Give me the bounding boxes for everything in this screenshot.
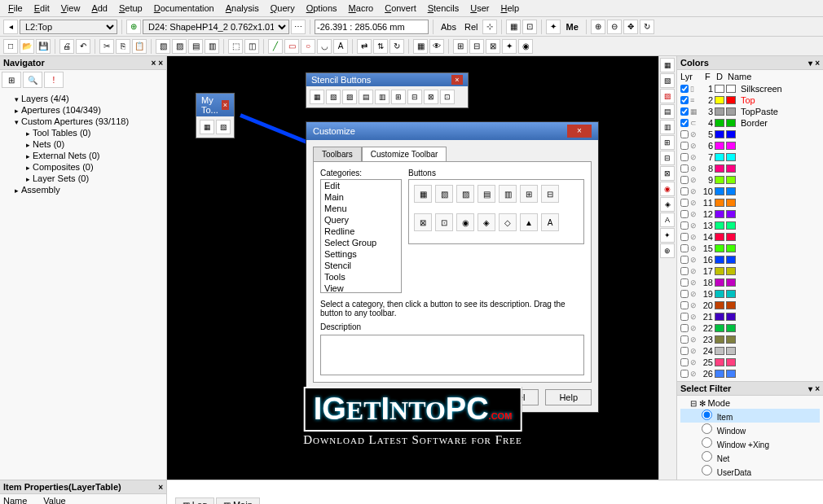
color-row-11[interactable]: ⊘11 [677, 197, 823, 208]
sf-item-window[interactable]: Window [680, 423, 820, 436]
paste-icon[interactable]: 📋 [132, 39, 147, 54]
color-chk-25[interactable] [680, 358, 689, 366]
color-row-14[interactable]: ⊘14 [677, 231, 823, 243]
pan-icon[interactable]: ✥ [623, 20, 638, 34]
layer-prev-icon[interactable]: ◂ [3, 20, 18, 34]
color-chk-21[interactable] [680, 313, 689, 321]
color-row-18[interactable]: ⊘18 [677, 277, 823, 288]
color-swatch-f[interactable] [715, 267, 724, 275]
color-swatch-d[interactable] [726, 370, 736, 378]
nav-tab-tree-icon[interactable]: ⊞ [2, 72, 21, 88]
rtb-7-icon[interactable]: ⊟ [660, 151, 675, 165]
color-swatch-d[interactable] [726, 233, 736, 241]
grid-btn-5[interactable]: ▥ [499, 185, 517, 203]
color-chk-7[interactable] [680, 153, 689, 161]
mytools-btn-2[interactable]: ▧ [216, 120, 231, 134]
color-swatch-d[interactable] [726, 221, 736, 230]
zoom-in-icon[interactable]: ⊕ [591, 20, 605, 34]
color-row-6[interactable]: ⊘6 [677, 140, 823, 151]
menu-user[interactable]: User [465, 2, 494, 15]
mytools-close-icon[interactable]: × [222, 100, 229, 110]
draw-rect-icon[interactable]: ▭ [284, 39, 299, 54]
me-label[interactable]: Me [562, 22, 581, 32]
cut-icon[interactable]: ✂ [99, 39, 114, 54]
sf-item-net[interactable]: Net [680, 450, 820, 464]
color-swatch-d[interactable] [726, 210, 736, 218]
color-swatch-d[interactable] [726, 267, 736, 275]
color-row-5[interactable]: ⊘5 [677, 129, 823, 140]
category-query[interactable]: Query [321, 214, 401, 226]
color-swatch-f[interactable] [715, 358, 724, 366]
color-swatch-f[interactable] [715, 210, 724, 218]
color-swatch-f[interactable] [715, 347, 724, 355]
select-all-icon[interactable]: ◫ [244, 39, 259, 54]
tab-main[interactable]: ▦ Main [216, 497, 260, 504]
color-chk-4[interactable] [680, 119, 689, 127]
color-chk-2[interactable] [680, 96, 689, 104]
color-row-25[interactable]: ⊘25 [677, 357, 823, 368]
grid-btn-3[interactable]: ▨ [456, 185, 474, 203]
stencil-btn-5[interactable]: ▥ [375, 90, 389, 104]
category-menu[interactable]: Menu [321, 203, 401, 214]
new-icon[interactable]: □ [3, 39, 18, 54]
color-chk-6[interactable] [680, 142, 689, 150]
color-swatch-d[interactable] [726, 278, 736, 287]
coords-input[interactable] [315, 20, 429, 34]
color-row-1[interactable]: ▯1Silkscreen [677, 83, 823, 94]
draw-circle-icon[interactable]: ○ [301, 39, 315, 54]
rtb-5-icon[interactable]: ▥ [660, 120, 675, 134]
color-swatch-d[interactable] [726, 107, 736, 116]
grid-btn-13[interactable]: ▲ [520, 213, 538, 231]
grid-btn-14[interactable]: A [541, 213, 559, 231]
rtb-3-icon[interactable]: ▨ [660, 89, 675, 103]
stencil-btn-1[interactable]: ▦ [310, 90, 324, 104]
rtb-4-icon[interactable]: ▤ [660, 104, 675, 119]
menu-edit[interactable]: Edit [29, 2, 55, 15]
tool-d-icon[interactable]: ▥ [205, 39, 219, 54]
category-settings[interactable]: Settings [321, 248, 401, 260]
tree-item-assembly[interactable]: Assembly [3, 184, 163, 195]
rtb-11-icon[interactable]: A [660, 213, 675, 227]
stencil-close-icon[interactable]: × [451, 75, 463, 85]
menu-help[interactable]: Help [495, 2, 524, 15]
misc-4-icon[interactable]: ✦ [502, 39, 517, 54]
color-chk-22[interactable] [680, 324, 689, 332]
rel-label[interactable]: Rel [461, 22, 482, 32]
color-chk-24[interactable] [680, 347, 689, 355]
category-view[interactable]: View [321, 283, 401, 293]
grid-btn-4[interactable]: ▤ [478, 185, 495, 203]
draw-line-icon[interactable]: ╱ [268, 39, 283, 54]
rtb-8-icon[interactable]: ⊠ [660, 166, 675, 181]
menu-file[interactable]: File [3, 2, 28, 15]
rtb-12-icon[interactable]: ✦ [660, 228, 675, 243]
category-stencil[interactable]: Stencil [321, 260, 401, 271]
color-swatch-d[interactable] [726, 96, 736, 104]
color-row-22[interactable]: ⊘22 [677, 322, 823, 334]
color-chk-14[interactable] [680, 233, 689, 241]
color-chk-9[interactable] [680, 176, 689, 184]
color-swatch-d[interactable] [726, 335, 736, 344]
color-swatch-f[interactable] [715, 370, 724, 378]
view-tool-icon[interactable]: 👁 [429, 39, 444, 54]
menu-view[interactable]: View [56, 2, 86, 15]
color-swatch-f[interactable] [715, 164, 724, 173]
color-chk-1[interactable] [680, 85, 689, 93]
color-swatch-f[interactable] [715, 290, 724, 298]
color-row-26[interactable]: ⊘26 [677, 368, 823, 379]
dcode-browse-icon[interactable]: ⋯ [291, 20, 306, 34]
misc-1-icon[interactable]: ⊞ [453, 39, 468, 54]
color-row-21[interactable]: ⊘21 [677, 311, 823, 322]
measure-icon[interactable]: ✦ [546, 20, 561, 34]
color-swatch-d[interactable] [726, 153, 736, 161]
mirror-v-icon[interactable]: ⇅ [373, 39, 388, 54]
menu-options[interactable]: Options [301, 2, 342, 15]
tool-c-icon[interactable]: ▤ [188, 39, 203, 54]
color-swatch-f[interactable] [715, 221, 724, 230]
color-swatch-f[interactable] [715, 96, 724, 104]
tree-item-tool-tables[interactable]: Tool Tables (0) [3, 127, 163, 138]
color-swatch-d[interactable] [726, 164, 736, 173]
stencil-toolbar[interactable]: Stencil Buttons× ▦ ▧ ▨ ▤ ▥ ⊞ ⊟ ⊠ ⊡ [306, 72, 469, 108]
color-row-7[interactable]: ⊘7 [677, 151, 823, 163]
menu-macro[interactable]: Macro [344, 2, 379, 15]
color-chk-12[interactable] [680, 210, 689, 218]
